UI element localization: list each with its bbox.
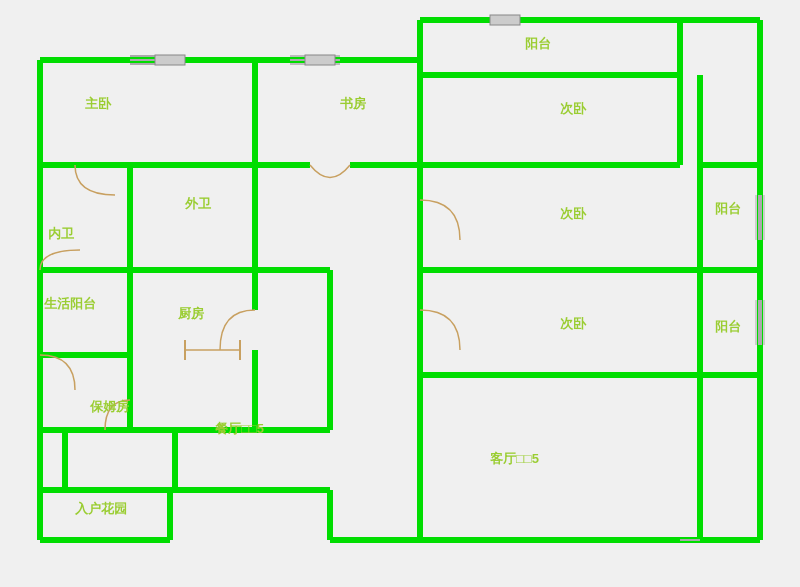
master-bedroom-label: 主卧 (85, 95, 111, 113)
dining-label: 餐厅□□5 (215, 420, 264, 438)
outer-toilet-label: 外卫 (185, 195, 211, 213)
bedroom3-label: 次卧 (560, 205, 586, 223)
kitchen-label: 厨房 (178, 305, 204, 323)
maid-room-label: 保姆房 (90, 398, 129, 416)
svg-rect-67 (305, 55, 335, 65)
bedroom4-label: 次卧 (560, 315, 586, 333)
floor-plan: .wall { stroke: #00dd00; stroke-width: 6… (0, 0, 800, 587)
inner-toilet-label: 内卫 (48, 225, 74, 243)
study-label: 书房 (340, 95, 366, 113)
living-label: 客厅□□5 (490, 450, 539, 468)
svg-rect-68 (490, 15, 520, 25)
living-balcony-label: 生活阳台 (44, 295, 96, 313)
entry-garden-label: 入户花园 (75, 500, 127, 518)
balcony-top-label: 阳台 (525, 35, 551, 53)
bedroom2-label: 次卧 (560, 100, 586, 118)
balcony-right1-label: 阳台 (715, 200, 741, 218)
balcony-right2-label: 阳台 (715, 318, 741, 336)
svg-rect-66 (155, 55, 185, 65)
